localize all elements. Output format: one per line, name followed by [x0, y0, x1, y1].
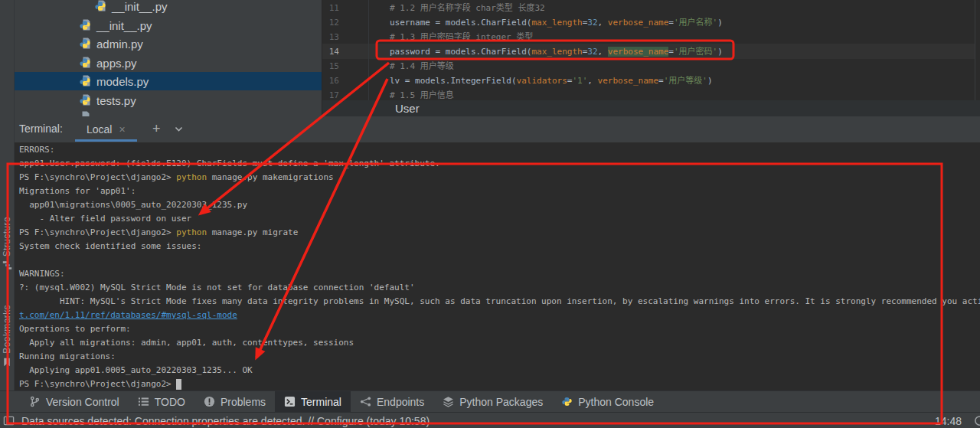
terminal-line: app01\migrations\0005_auto_20220303_1235… [19, 198, 247, 212]
status-message[interactable]: Data sources detected: Connection proper… [21, 415, 430, 427]
code-segment: # 1.3 用户密码字段 integer 类型 [390, 32, 533, 42]
code-editor[interactable]: 11121314151617 # 1.2 用户名称字段 char类型 长度32u… [322, 0, 980, 116]
terminal-line: - Alter field password on user [19, 212, 191, 226]
terminal-output[interactable]: ERRORS:app01.User.password: (fields.E120… [15, 142, 980, 390]
tool-window-button-label: Python Packages [459, 396, 543, 408]
terminal-tab-local[interactable]: Local × [75, 116, 137, 142]
code-line-12: username = models.CharField(max_length=3… [390, 15, 723, 30]
stripe-button-structure[interactable]: Structure [0, 217, 14, 270]
terminal-line: PS F:\synchro\Project\django2> python ma… [19, 226, 298, 240]
terminal-text: PS F:\synchro\Project\django2> [19, 379, 176, 389]
clipped-edge-icon [974, 415, 980, 426]
terminal-icon [284, 396, 296, 407]
tree-item-init-py[interactable]: __init__.py [15, 16, 322, 34]
close-icon[interactable]: × [119, 123, 125, 136]
terminal-line: Migrations for 'app01': [19, 185, 136, 198]
code-segment: ) [717, 18, 723, 28]
terminal-text: manage.py migrate [207, 227, 298, 237]
git-branch-icon [29, 396, 41, 407]
pycharm-ide-window: Structure Bookmarks __init__.py__init__.… [0, 0, 980, 428]
tool-window-button-label: TODO [155, 396, 185, 408]
tree-item-label: tests.py [96, 94, 136, 107]
tool-window-button-label: Version Control [46, 396, 119, 408]
terminal-text: Operations to perform: [19, 324, 131, 334]
terminal-line: ERRORS: [19, 143, 54, 157]
python-file-icon [79, 57, 91, 69]
code-segment: '1' [572, 76, 587, 86]
code-segment: ) [717, 47, 723, 57]
terminal-line: PS F:\synchro\Project\django2> python ma… [19, 171, 334, 185]
tool-window-button-problems[interactable]: Problems [194, 391, 275, 412]
code-segment: max_length [531, 47, 582, 57]
gutter-line-number: 16 [322, 74, 339, 88]
code-segment: # 1.4 用户等级 [390, 61, 454, 71]
terminal-line: ?: (mysql.W002) MySQL Strict Mode is not… [19, 281, 415, 295]
tree-item-label: __init__.py [96, 19, 152, 32]
terminal-line: Applying app01.0005_auto_20220303_1235..… [19, 364, 253, 377]
code-segment: # 1.5 用户信息 [390, 90, 454, 100]
python-file-icon [79, 19, 91, 31]
tool-window-button-label: Python Console [578, 396, 654, 408]
tool-window-button-todo[interactable]: TODO [129, 391, 194, 412]
terminal-text: manage.py makemigrations [207, 172, 334, 182]
tree-item-apps-py[interactable]: apps.py [15, 54, 322, 72]
stripe-button-bookmarks-label: Bookmarks [2, 305, 12, 354]
tree-item-init-py[interactable]: __init__.py [15, 0, 322, 15]
code-line-15: # 1.4 用户等级 [390, 59, 454, 74]
code-segment: = [668, 18, 674, 28]
tool-window-button-label: Problems [220, 396, 266, 408]
tree-item-admin-py[interactable]: admin.py [15, 34, 322, 53]
python-file-icon [79, 110, 91, 116]
tool-window-button-python-console[interactable]: Python Console [552, 391, 663, 412]
terminal-text: app01.User.password: (fields.E120) CharF… [19, 158, 440, 168]
code-segment: = [668, 47, 674, 57]
layout-icon[interactable] [3, 415, 15, 426]
code-segment: username = models.CharField( [390, 18, 531, 28]
new-terminal-button[interactable]: + [152, 120, 161, 137]
code-segment: 32 [587, 18, 597, 28]
code-line-13: # 1.3 用户密码字段 integer 类型 [390, 30, 533, 44]
stripe-button-structure-label: Structure [2, 217, 12, 256]
tool-window-bar: Version ControlTODOProblemsTerminalEndpo… [0, 390, 980, 412]
gutter-separator [368, 0, 369, 100]
terminal-text: Running migrations: [19, 351, 116, 361]
tool-window-button-version-control[interactable]: Version Control [20, 391, 129, 412]
status-clock: 14:48 [935, 415, 962, 427]
terminal-text: app01\migrations\0005_auto_20220303_1235… [19, 200, 247, 210]
tool-window-button-python-packages[interactable]: Python Packages [433, 391, 552, 412]
terminal-text: ERRORS: [19, 145, 54, 155]
code-segment: password = models.CharField( [390, 47, 531, 57]
terminal-link[interactable]: t.com/en/1.11/ref/databases/#mysql-sql-m… [19, 310, 237, 320]
code-line-11: # 1.2 用户名称字段 char类型 长度32 [390, 1, 545, 15]
breadcrumb-class-name[interactable]: User [395, 102, 420, 115]
terminal-line: t.com/en/1.11/ref/databases/#mysql-sql-m… [19, 309, 237, 322]
code-segment: verbose_name [598, 76, 658, 86]
code-segment: # 1.2 用户名称字段 char类型 长度32 [390, 3, 545, 13]
terminal-text: ?: (mysql.W002) MySQL Strict Mode is not… [19, 283, 415, 292]
packages-icon [443, 396, 454, 407]
tool-window-button-endpoints[interactable]: Endpoints [351, 391, 433, 412]
terminal-text: PS F:\synchro\Project\django2> [19, 227, 176, 237]
code-segment: validators [517, 76, 567, 86]
python-file-icon [79, 75, 91, 87]
tree-item-tests-py[interactable]: tests.py [15, 91, 322, 109]
chevron-down-icon[interactable] [174, 124, 184, 134]
code-segment: 32 [587, 47, 597, 57]
project-tree-panel: __init__.py__init__.pyadmin.pyapps.pymod… [15, 0, 322, 116]
terminal-text: Apply all migrations: admin, app01, auth… [19, 338, 354, 348]
gutter-line-number: 15 [322, 59, 339, 74]
python-file-icon [79, 38, 91, 50]
terminal-cursor [176, 379, 181, 390]
terminal-text: python [176, 227, 207, 237]
tool-window-button-terminal[interactable]: Terminal [275, 391, 351, 412]
code-segment: max_length [531, 18, 582, 28]
tree-item-models-py[interactable]: models.py [15, 72, 322, 90]
terminal-panel-title: Terminal: [19, 123, 63, 135]
terminal-text: - Alter field password on user [19, 214, 191, 224]
stripe-button-bookmarks[interactable]: Bookmarks [0, 305, 14, 367]
tree-item-label: __init__.py [112, 0, 168, 13]
gutter-line-number: 13 [322, 30, 339, 44]
problems-icon [204, 396, 215, 407]
code-segment: , [587, 76, 597, 86]
code-segment: '用户密码' [674, 47, 717, 57]
